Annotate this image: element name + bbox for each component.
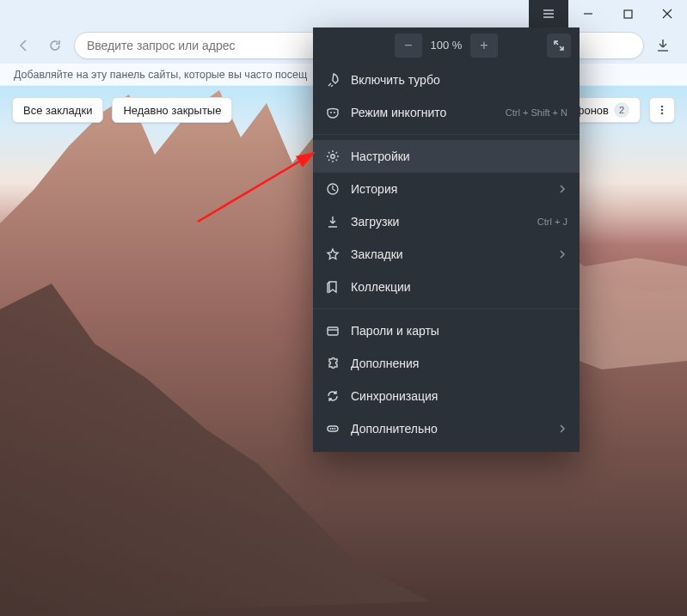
menu-item-label: Дополнения (351, 357, 567, 370)
reload-icon (48, 39, 62, 52)
svg-point-1 (661, 106, 664, 108)
dots-icon (325, 421, 340, 436)
zoom-in-button[interactable]: + (470, 34, 498, 58)
menu-item-star[interactable]: Закладки (313, 238, 580, 271)
svg-point-12 (334, 428, 336, 430)
arrow-left-icon (16, 38, 32, 53)
close-button[interactable] (647, 0, 687, 27)
chevron-right-icon (557, 249, 567, 259)
downloads-button[interactable] (651, 34, 675, 58)
fullscreen-button[interactable] (547, 34, 571, 58)
minimize-icon (583, 9, 593, 19)
menu-item-download[interactable]: ЗагрузкиCtrl + J (313, 205, 580, 238)
main-menu-button[interactable] (529, 0, 568, 27)
reload-button[interactable] (43, 34, 67, 58)
bookmarks-hint-text: Добавляйте на эту панель сайты, которые … (14, 69, 307, 81)
menu-separator (313, 308, 580, 309)
svg-point-2 (661, 109, 664, 112)
menu-item-label: Режим инкогнито (351, 106, 495, 119)
menu-item-card[interactable]: Пароли и карты (313, 314, 580, 347)
menu-item-label: Загрузки (351, 215, 527, 229)
clock-icon (325, 181, 340, 197)
dots-vertical-icon (656, 104, 668, 116)
zoom-value: 100 % (422, 39, 470, 52)
minimize-button[interactable] (568, 0, 608, 27)
menu-item-rocket[interactable]: Включить турбо (313, 64, 580, 96)
maximize-button[interactable] (608, 0, 647, 27)
svg-point-11 (332, 428, 334, 430)
svg-point-4 (330, 112, 332, 113)
svg-point-3 (661, 113, 664, 115)
chip-label: Недавно закрытые (123, 104, 221, 117)
chip-badge: 2 (614, 102, 629, 118)
svg-rect-0 (624, 10, 632, 18)
menu-item-puzzle[interactable]: Дополнения (313, 347, 580, 380)
chevron-right-icon (557, 424, 567, 434)
menu-item-label: Включить турбо (351, 73, 567, 87)
menu-zoom-row: − 100 % + (313, 27, 580, 64)
download-icon (325, 214, 340, 229)
menu-item-label: Коллекции (351, 280, 567, 294)
expand-icon (553, 40, 565, 52)
menu-item-label: Закладки (351, 247, 547, 261)
download-icon (655, 38, 671, 53)
menu-item-dots[interactable]: Дополнительно (313, 412, 580, 445)
mask-icon (325, 105, 340, 120)
rocket-icon (325, 72, 340, 88)
chip-recently-closed[interactable]: Недавно закрытые (112, 97, 232, 123)
menu-item-label: Пароли и карты (351, 324, 567, 338)
svg-point-10 (330, 428, 332, 430)
menu-item-label: История (351, 182, 547, 196)
menu-item-label: Настройки (351, 149, 567, 163)
svg-point-5 (334, 112, 335, 113)
menu-item-label: Дополнительно (351, 422, 547, 436)
back-button[interactable] (12, 34, 36, 58)
chip-all-bookmarks[interactable]: Все закладки (12, 97, 103, 123)
sync-icon (325, 388, 340, 404)
svg-rect-8 (328, 327, 338, 335)
menu-item-shortcut: Ctrl + Shift + N (506, 107, 567, 118)
main-menu-dropdown: − 100 % + Включить турбоРежим инкогнитоC… (313, 27, 580, 452)
hamburger-icon (542, 7, 555, 21)
collection-icon (325, 279, 340, 295)
plus-icon: + (480, 38, 488, 53)
maximize-icon (623, 9, 633, 19)
minus-icon: − (404, 38, 412, 53)
puzzle-icon (325, 356, 340, 371)
menu-item-gear[interactable]: Настройки (313, 140, 580, 173)
zoom-out-button[interactable]: − (395, 34, 422, 58)
chevron-right-icon (557, 184, 567, 194)
menu-item-sync[interactable]: Синхронизация (313, 380, 580, 412)
gear-icon (325, 149, 340, 164)
menu-item-mask[interactable]: Режим инкогнитоCtrl + Shift + N (313, 96, 580, 129)
menu-item-collection[interactable]: Коллекции (313, 271, 580, 303)
menu-item-shortcut: Ctrl + J (537, 217, 567, 227)
card-icon (325, 323, 340, 338)
menu-item-clock[interactable]: История (313, 173, 580, 205)
window-titlebar (0, 0, 687, 27)
chip-label: Все закладки (23, 104, 92, 117)
menu-separator (313, 134, 580, 135)
star-icon (325, 247, 340, 262)
menu-item-label: Синхронизация (351, 389, 567, 403)
svg-point-6 (331, 155, 334, 158)
close-icon (662, 9, 672, 19)
more-button[interactable] (649, 97, 675, 123)
